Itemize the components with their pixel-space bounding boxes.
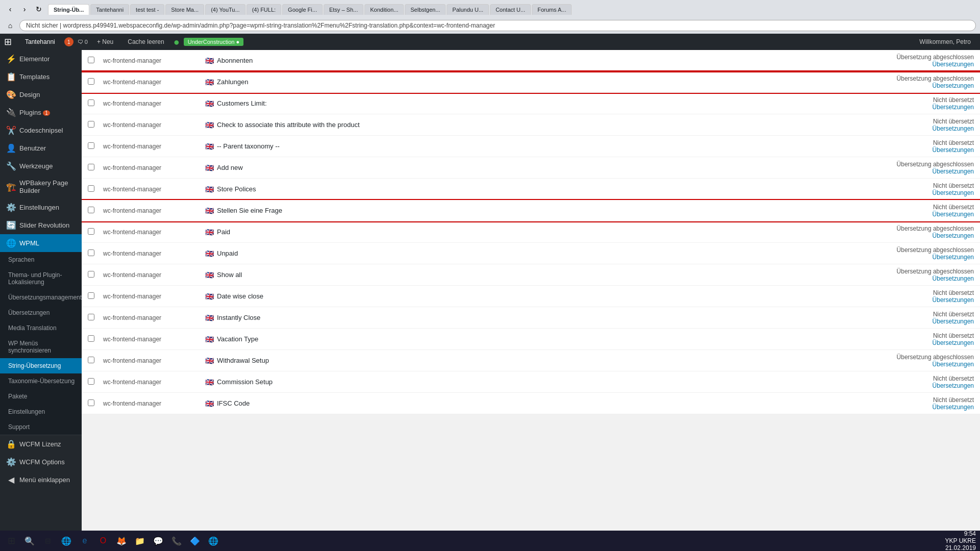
sidebar-item-wcfm-lizenz[interactable]: 🔒 WCFM Lizenz <box>0 435 82 453</box>
sidebar-item-elementor[interactable]: ⚡ Elementor <box>0 50 82 68</box>
chrome-icon[interactable]: 🌐 <box>206 534 220 548</box>
row-checkbox[interactable] <box>88 78 94 85</box>
translation-link[interactable]: Übersetzungen <box>862 146 974 154</box>
translation-link[interactable]: Übersetzungen <box>862 211 974 218</box>
address-bar[interactable] <box>19 20 976 31</box>
tab-youtube1[interactable]: (4) YouTu... <box>205 4 245 15</box>
wpml-sub-uebersetzungen[interactable]: Übersetzungen <box>0 305 82 320</box>
tab-youtube2[interactable]: (4) FULL: <box>247 4 281 15</box>
wpml-sub-taxonomie[interactable]: Taxonomie-Übersetzung <box>0 373 82 389</box>
row-checkbox[interactable] <box>88 399 94 406</box>
opera-icon[interactable]: O <box>96 534 110 548</box>
teams-icon[interactable]: 💬 <box>151 534 165 548</box>
sidebar-item-plugins[interactable]: 🔌 Plugins 1 <box>0 104 82 121</box>
forward-button[interactable]: › <box>18 3 31 15</box>
status-badge: Nicht übersetzt <box>933 396 974 404</box>
tab-etsy[interactable]: Etsy – Sh... <box>324 4 363 15</box>
tab-tantehanni[interactable]: Tantehanni <box>90 4 129 15</box>
translation-link[interactable]: Übersetzungen <box>862 125 974 132</box>
new-content-button[interactable]: + Neu <box>92 36 118 47</box>
row-checkbox[interactable] <box>88 292 94 299</box>
sidebar-item-slider[interactable]: 🔄 Slider Revolution <box>0 216 82 234</box>
tab-test[interactable]: test test - <box>130 4 164 15</box>
row-checkbox[interactable] <box>88 121 94 128</box>
tab-google[interactable]: Google Fi... <box>282 4 323 15</box>
skype-icon[interactable]: 📞 <box>169 534 184 548</box>
row-checkbox[interactable] <box>88 249 94 256</box>
row-checkbox-container[interactable] <box>88 57 103 65</box>
wpml-sub-uebersetzungsmanagement[interactable]: Übersetzungsmanagement <box>0 290 82 305</box>
wpml-sub-support[interactable]: Support <box>0 419 82 435</box>
row-checkbox[interactable] <box>88 378 94 385</box>
row-checkbox[interactable] <box>88 357 94 363</box>
wpml-sub-theme-plugin[interactable]: Thema- und Plugin-Lokalisierung <box>0 267 82 290</box>
row-checkbox[interactable] <box>88 185 94 192</box>
translation-link[interactable]: Übersetzungen <box>862 275 974 282</box>
row-checkbox[interactable] <box>88 335 94 342</box>
row-checkbox[interactable] <box>88 207 94 213</box>
admin-bar-site-name[interactable]: Tantehanni <box>20 36 60 47</box>
translation-link[interactable]: Übersetzungen <box>862 168 974 175</box>
tab-kondition[interactable]: Kondition... <box>364 4 404 15</box>
tab-palundu[interactable]: Palundu U... <box>447 4 489 15</box>
translation-link[interactable]: Übersetzungen <box>862 254 974 261</box>
ie-icon[interactable]: e <box>78 534 92 548</box>
refresh-button[interactable]: ↻ <box>33 3 45 15</box>
firefox-icon[interactable]: 🦊 <box>114 534 129 548</box>
row-checkbox[interactable] <box>88 314 94 320</box>
browser-nav-controls[interactable]: ‹ › ↻ <box>4 3 45 15</box>
tab-store[interactable]: Store Ma... <box>165 4 204 15</box>
sidebar-item-templates[interactable]: 📋 Templates <box>0 68 82 86</box>
cache-clear-button[interactable]: Cache leeren <box>122 36 169 47</box>
translation-link[interactable]: Übersetzungen <box>862 189 974 196</box>
sidebar-item-collapse[interactable]: ◀ Menü einklappen <box>0 471 82 489</box>
row-domain: wc-frontend-manager <box>103 229 205 236</box>
flag-icon: 🇬🇧 <box>205 78 214 86</box>
table-row: wc-frontend-manager 🇬🇧 IFSC Code Nicht ü… <box>82 393 980 414</box>
wpml-sub-einstellungen[interactable]: Einstellungen <box>0 404 82 419</box>
translation-link[interactable]: Übersetzungen <box>862 339 974 346</box>
wpml-sub-menus[interactable]: WP Menüs synchronisieren <box>0 336 82 358</box>
back-button[interactable]: ‹ <box>4 3 16 15</box>
row-checkbox[interactable] <box>88 57 94 63</box>
task-view-icon[interactable]: ⊟ <box>41 534 55 548</box>
tab-active[interactable]: String-Üb... <box>48 4 89 15</box>
sidebar-item-wpml[interactable]: 🌐 WPML <box>0 234 82 252</box>
wpml-sub-pakete[interactable]: Pakete <box>0 389 82 404</box>
translation-link[interactable]: Übersetzungen <box>862 61 974 68</box>
sidebar-item-wcfm-options[interactable]: ⚙️ WCFM Options <box>0 453 82 471</box>
home-button[interactable]: ⌂ <box>4 19 16 32</box>
sidebar-item-codeschnipsel[interactable]: ✂️ Codeschnipsel <box>0 121 82 139</box>
row-checkbox[interactable] <box>88 142 94 149</box>
sidebar-item-wpbakery[interactable]: 🏗️ WPBakery Page Builder <box>0 175 82 198</box>
translation-link[interactable]: Übersetzungen <box>862 82 974 89</box>
sidebar-item-benutzer[interactable]: 👤 Benutzer <box>0 139 82 157</box>
search-icon[interactable]: 🔍 <box>22 534 37 548</box>
wpml-sub-sprachen[interactable]: Sprachen <box>0 252 82 267</box>
translation-link[interactable]: Übersetzungen <box>862 361 974 368</box>
row-checkbox-container[interactable] <box>88 78 103 86</box>
translation-link[interactable]: Übersetzungen <box>862 296 974 304</box>
row-checkbox[interactable] <box>88 228 94 235</box>
app-icon-1[interactable]: 🔷 <box>188 534 202 548</box>
sidebar-item-design[interactable]: 🎨 Design <box>0 86 82 104</box>
windows-explorer-icon[interactable]: 📁 <box>133 534 147 548</box>
sidebar-item-werkzeuge[interactable]: 🔧 Werkzeuge <box>0 157 82 175</box>
translation-link[interactable]: Übersetzungen <box>862 318 974 325</box>
wpml-sub-media[interactable]: Media Translation <box>0 320 82 336</box>
tab-forums[interactable]: Forums A... <box>532 4 572 15</box>
tab-contact[interactable]: Contact U... <box>490 4 531 15</box>
translation-link[interactable]: Übersetzungen <box>862 404 974 411</box>
row-checkbox[interactable] <box>88 164 94 170</box>
windows-start-icon[interactable]: ⊞ <box>4 534 18 548</box>
row-checkbox[interactable] <box>88 99 94 106</box>
under-construction-badge[interactable]: UnderConstruction ● <box>184 38 243 46</box>
translation-link[interactable]: Übersetzungen <box>862 104 974 111</box>
wpml-sub-string-translation[interactable]: String-Übersetzung <box>0 358 82 373</box>
tab-selbst[interactable]: Selbstgen... <box>405 4 446 15</box>
translation-link[interactable]: Übersetzungen <box>862 382 974 389</box>
edge-icon[interactable]: 🌐 <box>59 534 74 548</box>
row-checkbox[interactable] <box>88 271 94 278</box>
sidebar-item-einstellungen[interactable]: ⚙️ Einstellungen <box>0 198 82 216</box>
translation-link[interactable]: Übersetzungen <box>862 232 974 239</box>
